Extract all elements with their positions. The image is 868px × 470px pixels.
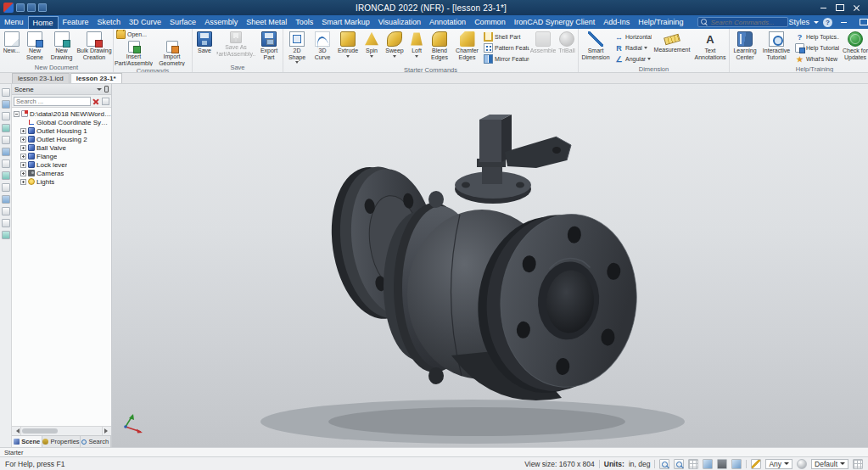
scroll-track[interactable] (21, 427, 102, 435)
fit-scene-icon[interactable] (703, 459, 713, 469)
interactive-tutorial-button[interactable]: Interactive Tutorial (760, 30, 792, 64)
new-scene-button[interactable]: New Scene (23, 30, 47, 63)
filter-icon[interactable] (102, 98, 109, 105)
expand-icon[interactable] (20, 137, 26, 143)
spin-button[interactable]: Spin (361, 30, 382, 65)
side-toolbar-icon[interactable] (2, 136, 10, 144)
side-toolbar-icon[interactable] (2, 112, 10, 120)
side-toolbar-icon[interactable] (2, 195, 10, 204)
zoom-out-icon[interactable] (674, 459, 684, 469)
quick-access-undo-icon[interactable] (38, 3, 47, 12)
command-search-input[interactable] (710, 19, 785, 26)
styles-chevron-down-icon[interactable] (814, 21, 819, 26)
side-toolbar-icon[interactable] (2, 88, 10, 97)
side-toolbar-icon[interactable] (2, 219, 10, 227)
tab-smart-markup[interactable]: Smart Markup (317, 16, 374, 29)
tab-home[interactable]: Home (28, 16, 59, 29)
doc-tab-lesson-23-1-icd[interactable]: lesson 23-1.icd (12, 73, 70, 83)
tab-assembly[interactable]: Assembly (200, 16, 242, 29)
horizontal-dimension-button[interactable]: ↔ Horizontal (613, 31, 652, 42)
tab-properties[interactable]: Properties (42, 436, 80, 447)
new-drawing-button[interactable]: New Drawing (48, 30, 76, 63)
maximize-button[interactable] (832, 3, 848, 14)
tree-item-outlet-housing-1[interactable]: Outlet Housing 1 (14, 126, 111, 135)
styles-label[interactable]: Styles (788, 18, 809, 26)
insert-part-assembly-button[interactable]: Insert Part/Assembly (115, 39, 153, 66)
check-for-updates-button[interactable]: Check for Updates (840, 30, 868, 64)
render-style-icon[interactable] (797, 459, 807, 469)
whats-new-button[interactable]: ★ What's New (793, 53, 839, 64)
selection-filter-dropdown[interactable]: Any (765, 459, 792, 469)
close-button[interactable] (849, 3, 865, 14)
tree-item-outlet-housing-2[interactable]: Outlet Housing 2 (14, 135, 111, 143)
smart-dimension-button[interactable]: Smart Dimension (580, 30, 612, 64)
triball-button[interactable]: TriBall (557, 30, 577, 65)
side-toolbar-icon[interactable] (2, 171, 10, 180)
tab-feature[interactable]: Feature (59, 16, 93, 29)
learning-center-button[interactable]: Learning Center (731, 30, 759, 64)
expand-icon[interactable] (20, 162, 26, 168)
tab-ironcad-synergy-client[interactable]: IronCAD Synergy Client (510, 16, 600, 29)
panel-chevron-down-icon[interactable] (97, 88, 102, 93)
expand-icon[interactable] (20, 145, 26, 151)
tab-visualization[interactable]: Visualization (374, 16, 425, 29)
doc-tab-lesson-23-1-active[interactable]: lesson 23-1* (70, 73, 122, 83)
side-toolbar-icon[interactable] (2, 231, 10, 239)
minimize-button[interactable] (815, 3, 831, 14)
tab-sketch[interactable]: Sketch (93, 16, 126, 29)
command-search-box[interactable] (697, 17, 788, 27)
expand-icon[interactable] (20, 128, 26, 134)
edit-icon[interactable] (751, 459, 761, 469)
side-toolbar-icon[interactable] (2, 207, 10, 215)
tree-item-global-coordinate-system[interactable]: Global Coordinate System (14, 118, 111, 126)
app-logo-icon[interactable] (3, 3, 14, 13)
tab-help-training[interactable]: Help/Training (634, 16, 687, 29)
pin-icon[interactable] (104, 86, 109, 92)
import-geometry-button[interactable]: Import Geometry (153, 39, 191, 66)
doc-restore-button[interactable] (856, 17, 868, 28)
tab-search[interactable]: Search (81, 436, 111, 447)
tab-menu[interactable]: Menu (0, 16, 28, 29)
side-toolbar-icon[interactable] (2, 148, 10, 156)
viewport[interactable] (112, 84, 868, 447)
config-icon[interactable] (853, 459, 863, 469)
expand-icon[interactable] (20, 154, 26, 159)
scene-search-input[interactable] (14, 97, 91, 106)
sweep-button[interactable]: Sweep (383, 30, 406, 65)
expand-icon[interactable] (20, 171, 26, 176)
tree-item-root[interactable]: D:\data\2018 NEW\Word\TECH-NET... (14, 109, 111, 118)
tab-common[interactable]: Common (470, 16, 510, 29)
angular-dimension-button[interactable]: ∠ Angular (613, 53, 652, 64)
render-style-dropdown[interactable]: Default (811, 459, 848, 469)
side-toolbar-icon[interactable] (2, 159, 10, 168)
save-as-part-assembly-button[interactable]: Save As Part/Assembly... (216, 30, 255, 63)
tree-item-lights[interactable]: Lights (14, 177, 111, 186)
chamfer-edges-button[interactable]: Chamfer Edges (453, 30, 481, 65)
quick-access-save-icon[interactable] (27, 3, 36, 12)
bulk-drawing-creation-button[interactable]: Bulk Drawing Creation (76, 30, 112, 63)
clear-search-icon[interactable] (92, 98, 100, 105)
2d-shape-button[interactable]: 2D Shape (284, 30, 310, 65)
starter-bar[interactable]: Starter (0, 447, 868, 456)
blend-edges-button[interactable]: Blend Edges (427, 30, 452, 65)
new-button[interactable]: New... (1, 30, 22, 63)
side-toolbar-icon[interactable] (2, 100, 10, 109)
horizontal-scrollbar[interactable] (12, 426, 111, 435)
tree-item-flange[interactable]: Flange (14, 152, 111, 160)
loft-button[interactable]: Loft (407, 30, 426, 65)
collapse-icon[interactable] (14, 111, 20, 117)
doc-minimize-button[interactable] (837, 17, 852, 28)
tree-item-cameras[interactable]: Cameras (14, 169, 111, 177)
help-topics-button[interactable]: ? Help Topics... (793, 31, 839, 42)
tab-scene[interactable]: Scene (12, 436, 42, 447)
help-tutorials-button[interactable]: Help Tutorials (793, 42, 839, 53)
tree-item-ball-valve[interactable]: Ball Valve (14, 143, 111, 152)
mirror-feature-button[interactable]: Mirror Feature (482, 53, 529, 64)
tab-sheet-metal[interactable]: Sheet Metal (242, 16, 291, 29)
tree-item-lock-lever[interactable]: Lock lever (14, 160, 111, 169)
scroll-left-icon[interactable] (12, 427, 21, 435)
ball-valve-model[interactable] (112, 84, 868, 447)
text-annotations-button[interactable]: A Text Annotations (692, 30, 728, 64)
3d-curve-button[interactable]: 3D Curve (311, 30, 334, 65)
radial-dimension-button[interactable]: R Radial (613, 42, 652, 53)
